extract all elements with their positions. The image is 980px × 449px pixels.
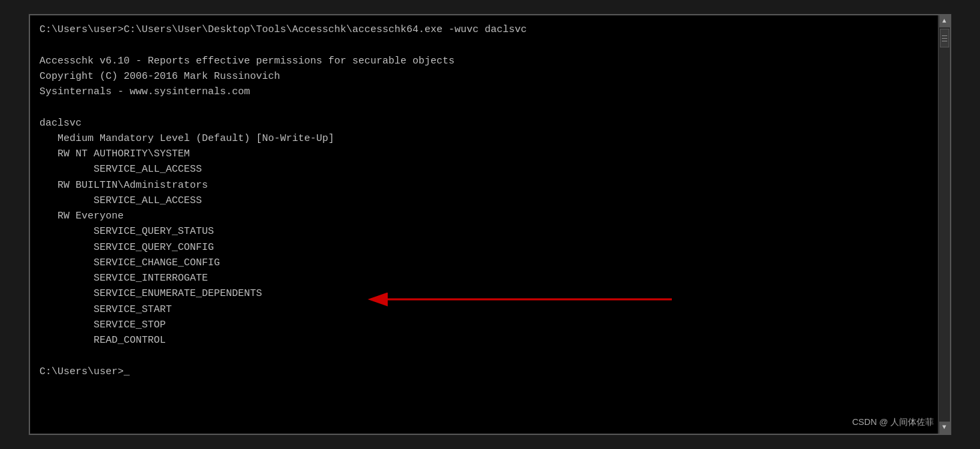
- terminal-output: C:\Users\user>C:\Users\User\Desktop\Tool…: [39, 22, 941, 380]
- watermark: CSDN @ 人间体佐菲: [852, 416, 934, 428]
- scroll-grip: [940, 29, 949, 47]
- terminal-content[interactable]: C:\Users\user>C:\Users\User\Desktop\Tool…: [30, 15, 950, 434]
- scrollbar[interactable]: ▲ ▼: [938, 15, 950, 434]
- scroll-down-button[interactable]: ▼: [939, 422, 950, 434]
- terminal-window: C:\Users\user>C:\Users\User\Desktop\Tool…: [29, 14, 951, 435]
- scroll-up-button[interactable]: ▲: [939, 15, 950, 27]
